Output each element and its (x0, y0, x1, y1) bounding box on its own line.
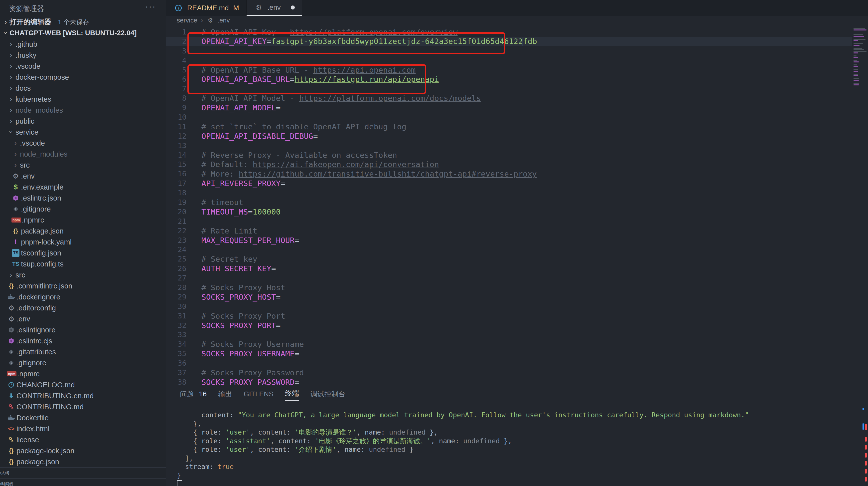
tree-file-.commitlintrc.json[interactable]: {}.commitlintrc.json (0, 281, 166, 291)
panel-tab-GITLENS[interactable]: GITLENS (244, 387, 274, 401)
tree-file-tsup.config.ts[interactable]: TStsup.config.ts (0, 258, 166, 269)
tree-file-package.json[interactable]: {}package.json (0, 456, 166, 467)
timeline-section[interactable]: › 时间线 (0, 478, 166, 486)
code-line-34[interactable]: 34# Socks Proxy Username (166, 339, 852, 349)
code-line-33[interactable]: 33 (166, 330, 852, 340)
tree-file-.editorconfig[interactable]: ⚙.editorconfig (0, 303, 166, 313)
tree-folder-node_modules[interactable]: ›node_modules (0, 105, 166, 116)
tree-item-label: docs (16, 84, 31, 92)
tree-file-.eslintrc.cjs[interactable]: .eslintrc.cjs (0, 335, 166, 346)
tree-file-CHANGELOG.md[interactable]: CHANGELOG.md (0, 379, 166, 390)
tree-file-Dockerfile[interactable]: Dockerfile (0, 412, 166, 423)
code-line-11[interactable]: 11# set `true` to disable OpenAI API deb… (166, 122, 852, 131)
tree-file-pnpm-lock.yaml[interactable]: !pnpm-lock.yaml (0, 236, 166, 248)
minimap-line (854, 51, 867, 52)
tree-folder-src[interactable]: ›src (0, 160, 166, 171)
panel-tab-问题[interactable]: 问题16 (180, 387, 207, 401)
tree-file-tsconfig.json[interactable]: TStsconfig.json (0, 248, 166, 258)
code-line-23[interactable]: 23MAX_REQUEST_PER_HOUR= (166, 235, 852, 245)
line-number: 15 (166, 160, 186, 169)
code-line-19[interactable]: 19# timeout (166, 198, 852, 207)
code-line-8[interactable]: 8# OpenAI API Model - https://platform.o… (166, 93, 852, 103)
minimap-line (854, 66, 858, 67)
code-line-30[interactable]: 30 (166, 302, 852, 311)
code-line-37[interactable]: 37# Socks Proxy Password (166, 368, 852, 377)
tree-item-label: pnpm-lock.yaml (21, 238, 72, 246)
open-editors-section[interactable]: › 打开的编辑器 1 个未保存 (0, 17, 166, 27)
tree-file-.gitignore[interactable]: .gitignore (0, 358, 166, 368)
tree-folder-.vscode[interactable]: ›.vscode (0, 138, 166, 149)
outline-section[interactable]: › 大纲 (0, 467, 166, 479)
code-line-10[interactable]: 10 (166, 112, 852, 122)
tree-file-package-lock.json[interactable]: {}package-lock.json (0, 445, 166, 456)
tree-folder-src[interactable]: ›src (0, 269, 166, 281)
code-line-25[interactable]: 25# Secret key (166, 254, 852, 264)
minimap[interactable] (852, 25, 868, 386)
code-line-15[interactable]: 15# Default: https://ai.fakeopen.com/api… (166, 160, 852, 169)
code-editor[interactable]: 1# OpenAI API Key - https://platform.ope… (166, 25, 868, 386)
project-root-section[interactable]: › CHATGPT-WEB [WSL: UBUNTU-22.04] (0, 27, 166, 38)
minimap-line (854, 45, 860, 46)
tree-file-.dockerignore[interactable]: .dockerignore (0, 291, 166, 303)
code-line-38[interactable]: 38SOCKS_PROXY_PASSWORD= (166, 377, 852, 386)
code-line-9[interactable]: 9OPENAI_API_MODEL= (166, 103, 852, 112)
tree-file-license[interactable]: license (0, 434, 166, 445)
line-number: 18 (166, 189, 186, 197)
code-line-16[interactable]: 16# More: https://github.com/transitive-… (166, 169, 852, 178)
chevron-right-icon: › (11, 161, 20, 169)
code-line-29[interactable]: 29SOCKS_PROXY_HOST= (166, 292, 852, 302)
tree-file-.eslintrc.json[interactable]: .eslintrc.json (0, 193, 166, 204)
panel-tab-终端[interactable]: 终端 (285, 387, 299, 401)
code-line-26[interactable]: 26AUTH_SECRET_KEY= (166, 264, 852, 273)
code-line-4[interactable]: 4 (166, 56, 852, 65)
tree-file-.gitignore[interactable]: .gitignore (0, 204, 166, 215)
scrollbar-decoration (865, 477, 867, 482)
code-line-36[interactable]: 36 (166, 359, 852, 368)
code-line-35[interactable]: 35SOCKS_PROXY_USERNAME= (166, 349, 852, 359)
terminal-output[interactable]: content: "You are ChatGPT, a large langu… (177, 411, 749, 486)
tree-folder-.husky[interactable]: ›.husky (0, 50, 166, 61)
tab-README.md[interactable]: iREADME.mdM (166, 0, 247, 16)
tree-file-index.html[interactable]: <>index.html (0, 423, 166, 434)
code-line-13[interactable]: 13 (166, 141, 852, 150)
unsaved-dot-icon[interactable] (291, 5, 295, 9)
terminal-cursor (177, 480, 182, 486)
tree-folder-.github[interactable]: ›.github (0, 39, 166, 50)
code-line-28[interactable]: 28# Socks Proxy Host (166, 283, 852, 292)
tree-folder-docs[interactable]: ›docs (0, 83, 166, 94)
tree-file-.env[interactable]: ⚙.env (0, 171, 166, 181)
tree-file-.env[interactable]: ⚙.env (0, 313, 166, 324)
tree-file-.npmrc[interactable]: npm.npmrc (0, 368, 166, 379)
tree-folder-docker-compose[interactable]: ›docker-compose (0, 72, 166, 83)
code-line-17[interactable]: 17API_REVERSE_PROXY= (166, 178, 852, 188)
tree-file-.gitattributes[interactable]: .gitattributes (0, 346, 166, 358)
breadcrumb-item-service[interactable]: service (177, 17, 197, 24)
tree-folder-.vscode[interactable]: ›.vscode (0, 61, 166, 72)
code-line-18[interactable]: 18 (166, 188, 852, 198)
breadcrumb-item-.env[interactable]: .env (218, 17, 230, 24)
code-line-20[interactable]: 20TIMEOUT_MS=100000 (166, 207, 852, 217)
tree-file-.npmrc[interactable]: npm.npmrc (0, 215, 166, 226)
tree-folder-public[interactable]: ›public (0, 116, 166, 126)
panel-tab-调试控制台[interactable]: 调试控制台 (310, 387, 345, 401)
more-actions-icon[interactable]: ··· (145, 1, 156, 11)
code-line-32[interactable]: 32SOCKS_PROXY_PORT= (166, 321, 852, 330)
code-line-27[interactable]: 27 (166, 273, 852, 283)
code-line-21[interactable]: 21 (166, 217, 852, 226)
panel-tab-输出[interactable]: 输出 (218, 387, 232, 401)
line-number: 21 (166, 217, 186, 226)
code-line-12[interactable]: 12OPENAI_API_DISABLE_DEBUG= (166, 131, 852, 141)
code-line-22[interactable]: 22# Rate Limit (166, 226, 852, 235)
tree-file-.eslintignore[interactable]: .eslintignore (0, 324, 166, 335)
code-line-14[interactable]: 14# Reverse Proxy - Available on accessT… (166, 150, 852, 160)
tree-folder-kubernetes[interactable]: ›kubernetes (0, 94, 166, 105)
tab-.env[interactable]: ⚙.env (247, 0, 302, 16)
tree-file-package.json[interactable]: {}package.json (0, 226, 166, 236)
tree-folder-node_modules[interactable]: ›node_modules (0, 149, 166, 160)
tree-file-.env.example[interactable]: $.env.example (0, 181, 166, 193)
tree-folder-service[interactable]: ›service (0, 126, 166, 138)
tree-file-CONTRIBUTING.md[interactable]: CONTRIBUTING.md (0, 401, 166, 412)
code-line-31[interactable]: 31# Socks Proxy Port (166, 311, 852, 321)
code-line-24[interactable]: 24 (166, 245, 852, 254)
tree-file-CONTRIBUTING.en.md[interactable]: CONTRIBUTING.en.md (0, 390, 166, 401)
